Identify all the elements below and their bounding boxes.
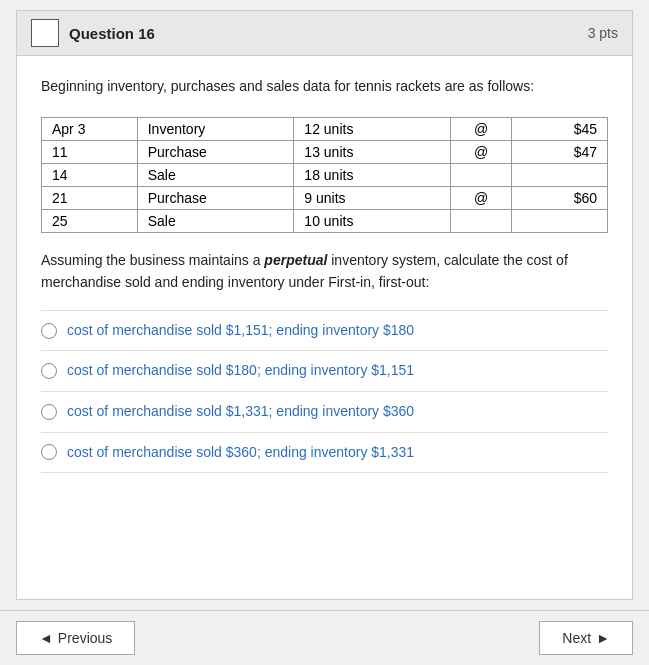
table-row: 21 Purchase 9 units @ $60 <box>42 187 608 210</box>
option-radio-opt1 <box>41 323 57 339</box>
table-cell-date: Apr 3 <box>42 118 138 141</box>
option-item-opt1[interactable]: cost of merchandise sold $1,151; ending … <box>41 310 608 351</box>
table-cell-units: 18 units <box>294 164 451 187</box>
table-cell-price: $45 <box>512 118 608 141</box>
main-area: Question 16 3 pts Beginning inventory, p… <box>0 0 649 610</box>
table-cell-price: $60 <box>512 187 608 210</box>
table-cell-type: Inventory <box>137 118 294 141</box>
question-text-before: Assuming the business maintains a <box>41 252 264 268</box>
table-cell-price <box>512 164 608 187</box>
option-item-opt2[interactable]: cost of merchandise sold $180; ending in… <box>41 350 608 391</box>
question-body: Beginning inventory, purchases and sales… <box>17 56 632 599</box>
question-points: 3 pts <box>588 25 618 41</box>
question-checkbox[interactable] <box>31 19 59 47</box>
option-radio-opt2 <box>41 363 57 379</box>
table-cell-units: 9 units <box>294 187 451 210</box>
table-cell-type: Sale <box>137 164 294 187</box>
next-arrow: ► <box>596 630 610 646</box>
table-cell-date: 21 <box>42 187 138 210</box>
table-cell-at: @ <box>450 118 511 141</box>
table-cell-date: 25 <box>42 210 138 233</box>
question-header: Question 16 3 pts <box>17 11 632 56</box>
nav-bar: ◄ Previous Next ► <box>0 610 649 665</box>
question-italic: perpetual <box>264 252 327 268</box>
option-item-opt3[interactable]: cost of merchandise sold $1,331; ending … <box>41 391 608 432</box>
question-body-text: Assuming the business maintains a perpet… <box>41 249 608 294</box>
table-cell-at: @ <box>450 141 511 164</box>
inventory-table: Apr 3 Inventory 12 units @ $45 11 Purcha… <box>41 117 608 233</box>
table-cell-date: 14 <box>42 164 138 187</box>
table-cell-price <box>512 210 608 233</box>
previous-arrow: ◄ <box>39 630 53 646</box>
previous-button[interactable]: ◄ Previous <box>16 621 135 655</box>
table-cell-units: 13 units <box>294 141 451 164</box>
table-cell-units: 10 units <box>294 210 451 233</box>
question-intro: Beginning inventory, purchases and sales… <box>41 76 608 97</box>
table-cell-at: @ <box>450 187 511 210</box>
next-button[interactable]: Next ► <box>539 621 633 655</box>
table-cell-units: 12 units <box>294 118 451 141</box>
table-row: 11 Purchase 13 units @ $47 <box>42 141 608 164</box>
question-title: Question 16 <box>69 25 155 42</box>
table-row: 14 Sale 18 units <box>42 164 608 187</box>
table-cell-type: Purchase <box>137 187 294 210</box>
option-label-opt1: cost of merchandise sold $1,151; ending … <box>67 321 414 341</box>
table-cell-price: $47 <box>512 141 608 164</box>
option-label-opt2: cost of merchandise sold $180; ending in… <box>67 361 414 381</box>
option-radio-opt4 <box>41 444 57 460</box>
previous-label: Previous <box>58 630 112 646</box>
option-label-opt4: cost of merchandise sold $360; ending in… <box>67 443 414 463</box>
question-card: Question 16 3 pts Beginning inventory, p… <box>16 10 633 600</box>
table-row: 25 Sale 10 units <box>42 210 608 233</box>
option-radio-opt3 <box>41 404 57 420</box>
table-cell-type: Purchase <box>137 141 294 164</box>
table-cell-date: 11 <box>42 141 138 164</box>
option-item-opt4[interactable]: cost of merchandise sold $360; ending in… <box>41 432 608 474</box>
table-row: Apr 3 Inventory 12 units @ $45 <box>42 118 608 141</box>
table-cell-at <box>450 164 511 187</box>
next-label: Next <box>562 630 591 646</box>
table-cell-type: Sale <box>137 210 294 233</box>
header-left: Question 16 <box>31 19 155 47</box>
options-list: cost of merchandise sold $1,151; ending … <box>41 310 608 473</box>
option-label-opt3: cost of merchandise sold $1,331; ending … <box>67 402 414 422</box>
table-cell-at <box>450 210 511 233</box>
